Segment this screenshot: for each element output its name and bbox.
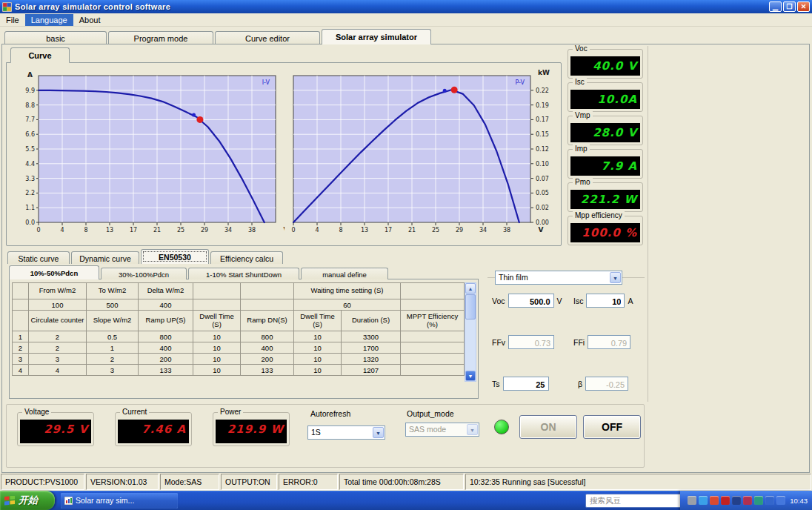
tab-1-10-start-shuntdown[interactable]: 1-10% Start ShuntDown [188,268,299,279]
svg-text:1.1: 1.1 [25,205,35,211]
current-meter: Current 7.46 A [115,412,192,446]
model-select[interactable]: Thin film ▼ [495,271,622,285]
on-button[interactable]: ON [519,415,577,439]
power-value: 219.9 W [216,420,287,443]
pv-model-panel: Thin film ▼ Voc V Isc A FFv FFi Ts β [486,267,646,399]
security-shield-icon[interactable] [765,496,774,505]
svg-text:0.15: 0.15 [536,131,549,138]
table-cell [13,299,29,311]
measurement-isc: Isc10.0A [568,82,643,112]
antivirus-icon[interactable] [710,496,719,505]
usb-device-icon[interactable] [688,496,696,505]
network-icon[interactable] [754,496,763,505]
pv-chart[interactable]: 0.000.020.050.070.100.120.150.170.190.22… [289,68,559,237]
taskbar-app-label: Solar array sim... [76,496,134,505]
update-shield-icon[interactable] [776,496,785,505]
app-tray-icon[interactable] [743,496,752,505]
svg-text:34: 34 [224,227,232,234]
svg-text:17: 17 [130,227,137,234]
tab-solar-array-simulator[interactable]: Solar array simulator [322,29,431,44]
status-segment-5: Total time 00d:00h:08m:28S [339,474,464,490]
measurement-pmo: Pmo221.2 W [568,182,643,212]
system-tray: 10:43 [680,491,812,510]
taskbar-app-button[interactable]: Solar array sim... [61,493,178,509]
window-title: Solar array simulator control software [15,2,769,11]
tab-en50530[interactable]: EN50530 [141,249,209,264]
svg-text:9.9: 9.9 [25,87,35,94]
tab-manual-define[interactable]: manual define [301,268,388,279]
scroll-down-icon[interactable]: ▼ [465,371,476,381]
svg-text:17: 17 [385,227,392,234]
power-label: Power [218,408,243,416]
beta-input[interactable] [585,377,628,391]
scroll-up-icon[interactable]: ▲ [465,283,476,294]
maximize-button[interactable]: ❐ [783,1,796,12]
table-cell: Ramp UP(S) [139,311,193,331]
measurement-mpp-efficiency: Mpp efficiency100.0 % [568,216,643,245]
measurement-value: 7.9 A [570,156,640,176]
status-segment-4: ERROR:0 [279,474,338,490]
table-cell: 500 [87,299,139,311]
search-input[interactable]: 搜索风豆 [586,496,688,506]
tab-30-100-pdcn[interactable]: 30%-100%Pdcn [101,268,187,279]
scroll-thumb[interactable] [465,294,476,319]
table-cell [401,283,465,299]
table-cell: Circulate counter [29,311,87,331]
table-scrollbar[interactable]: ▲ ▼ [465,282,476,382]
profile-table-frame: From W/m2To W/m2Delta W/m2Waiting time s… [9,279,479,399]
taskbar-clock: 10:43 [790,497,808,505]
tab-basic[interactable]: basic [4,31,107,44]
status-segment-2: Mode:SAS [160,474,219,490]
tab-program-mode[interactable]: Program mode [108,31,213,44]
chevron-down-icon[interactable]: ▼ [373,427,384,438]
chevron-down-icon[interactable]: ▼ [610,272,621,283]
ffi-input[interactable] [588,335,630,349]
table-cell [193,299,241,311]
beta-label: β [578,380,582,388]
table-cell: MPPT Efficiency (%) [401,311,465,331]
ts-input[interactable] [503,377,549,391]
measurement-value: 221.2 W [570,190,640,209]
ffv-input[interactable] [508,335,554,349]
tab-curve-editor[interactable]: Curve editor [215,31,320,44]
voc-unit: V [557,297,562,305]
output-mode-select[interactable]: SAS mode ▼ [405,423,479,437]
menu-item-about[interactable]: About [73,14,107,26]
off-button[interactable]: OFF [583,415,641,439]
svg-text:0.00: 0.00 [536,219,549,226]
table-cell [401,299,465,311]
table-cell: 10 [294,342,342,354]
close-button[interactable]: ✕ [797,1,810,12]
alert-icon[interactable] [721,496,730,505]
isc-input[interactable] [586,294,625,308]
menu-item-language[interactable]: Language [25,14,73,26]
tab-curve[interactable]: Curve [10,47,70,63]
isc-label: Isc [573,297,583,305]
autorefresh-select[interactable]: 1S ▼ [307,425,385,440]
svg-text:0.0: 0.0 [25,219,35,226]
messenger-icon[interactable] [732,496,741,505]
menu-item-file[interactable]: File [0,14,25,26]
start-label: 开始 [19,494,38,507]
ffv-label: FFv [492,338,505,347]
tab-static-curve[interactable]: Static curve [7,251,70,264]
minimize-button[interactable]: ▁ [769,1,782,12]
iv-chart[interactable]: 0.01.12.23.34.45.56.67.78.89.90481317212… [19,68,284,237]
volume-icon[interactable] [699,496,708,505]
table-cell: 200 [241,354,294,365]
table-cell: 200 [139,354,193,365]
voc-input[interactable] [508,294,554,308]
measurement-value: 10.0A [570,90,640,109]
tab-efficiency-calcu[interactable]: Efficiency calcu [210,251,283,264]
tab-dynamic-curve[interactable]: Dynamic curve [71,251,139,264]
table-cell: 10 [193,354,241,365]
tab-10-50-pdcn[interactable]: 10%-50%Pdcn [9,265,99,279]
status-segment-6: 10:32:35 Running sas [Sucessful] [465,474,811,490]
table-cell: 3 [87,365,139,376]
start-button[interactable]: 开始 [0,491,55,510]
measurement-value: 100.0 % [570,223,640,242]
table-cell [401,365,465,376]
svg-text:13: 13 [361,227,368,234]
table-cell: 2 [13,342,29,354]
table-cell: 800 [241,331,294,342]
